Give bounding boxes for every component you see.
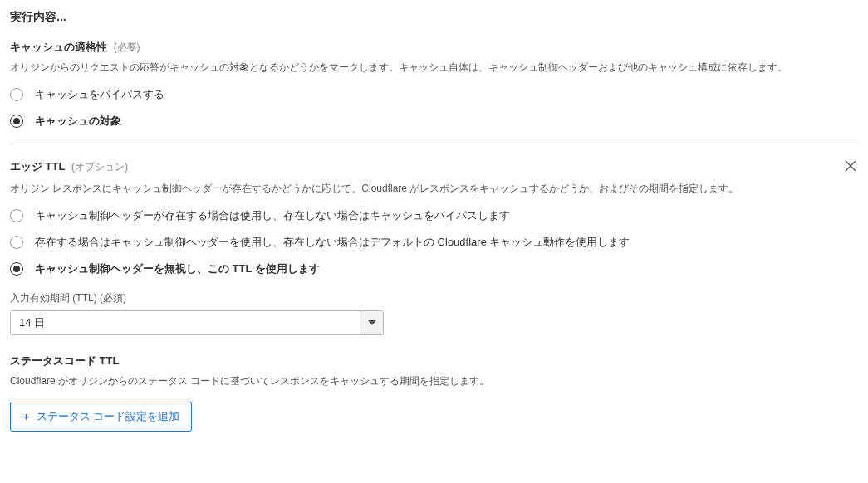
radio-icon	[10, 262, 23, 276]
section-divider	[10, 144, 858, 144]
cache-eligibility-radio-group: キャッシュをバイパスする キャッシュの対象	[10, 87, 858, 129]
radio-use-header-else-bypass[interactable]: キャッシュ制御ヘッダーが存在する場合は使用し、存在しない場合はキャッシュをバイパ…	[10, 208, 858, 223]
radio-ignore-header-use-ttl[interactable]: キャッシュ制御ヘッダーを無視し、この TTL を使用します	[10, 261, 858, 276]
radio-label: 存在する場合はキャッシュ制御ヘッダーを使用し、存在しない場合はデフォルトの Cl…	[35, 235, 630, 250]
radio-label: キャッシュ制御ヘッダーが存在する場合は使用し、存在しない場合はキャッシュをバイパ…	[35, 208, 510, 223]
radio-label-bypass: キャッシュをバイパスする	[35, 87, 164, 102]
ttl-field-label: 入力有効期間 (TTL) (必須)	[10, 291, 858, 305]
edge-ttl-description: オリジン レスポンスにキャッシュ制御ヘッダーが存在するかどうかに応じて、Clou…	[10, 181, 858, 197]
radio-cache-eligible[interactable]: キャッシュの対象	[10, 114, 858, 129]
cache-eligibility-qualifier: (必要)	[114, 41, 140, 53]
chevron-down-icon	[360, 311, 383, 334]
page-title: 実行内容...	[10, 10, 858, 25]
cache-eligibility-section: キャッシュの適格性 (必要) オリジンからのリクエストの応答がキャッシュの対象と…	[10, 40, 858, 129]
edge-ttl-section: エッジ TTL (オプション) オリジン レスポンスにキャッシュ制御ヘッダーが存…	[10, 158, 858, 431]
radio-icon	[10, 115, 23, 128]
edge-ttl-radio-group: キャッシュ制御ヘッダーが存在する場合は使用し、存在しない場合はキャッシュをバイパ…	[10, 208, 858, 276]
status-ttl-description: Cloudflare がオリジンからのステータス コードに基づいてレスポンスをキ…	[10, 373, 858, 389]
radio-icon	[10, 88, 23, 101]
radio-icon	[10, 236, 23, 249]
status-ttl-title: ステータスコード TTL	[10, 354, 858, 368]
radio-label-eligible: キャッシュの対象	[35, 114, 121, 129]
radio-use-header-else-default[interactable]: 存在する場合はキャッシュ制御ヘッダーを使用し、存在しない場合はデフォルトの Cl…	[10, 235, 858, 250]
plus-icon: +	[22, 410, 30, 422]
ttl-select[interactable]: 14 日	[10, 310, 384, 335]
edge-ttl-title: エッジ TTL	[10, 160, 65, 173]
ttl-select-value: 14 日	[11, 311, 360, 334]
cache-eligibility-description: オリジンからのリクエストの応答がキャッシュの対象となるかどうかをマークします。キ…	[10, 60, 858, 76]
cache-eligibility-title: キャッシュの適格性	[10, 41, 107, 53]
radio-bypass-cache[interactable]: キャッシュをバイパスする	[10, 87, 858, 102]
add-status-code-label: ステータス コード設定を追加	[37, 409, 180, 424]
radio-label: キャッシュ制御ヘッダーを無視し、この TTL を使用します	[35, 261, 320, 276]
radio-icon	[10, 209, 23, 222]
close-icon[interactable]	[843, 158, 858, 176]
add-status-code-button[interactable]: + ステータス コード設定を追加	[10, 402, 192, 432]
edge-ttl-qualifier: (オプション)	[71, 161, 128, 173]
